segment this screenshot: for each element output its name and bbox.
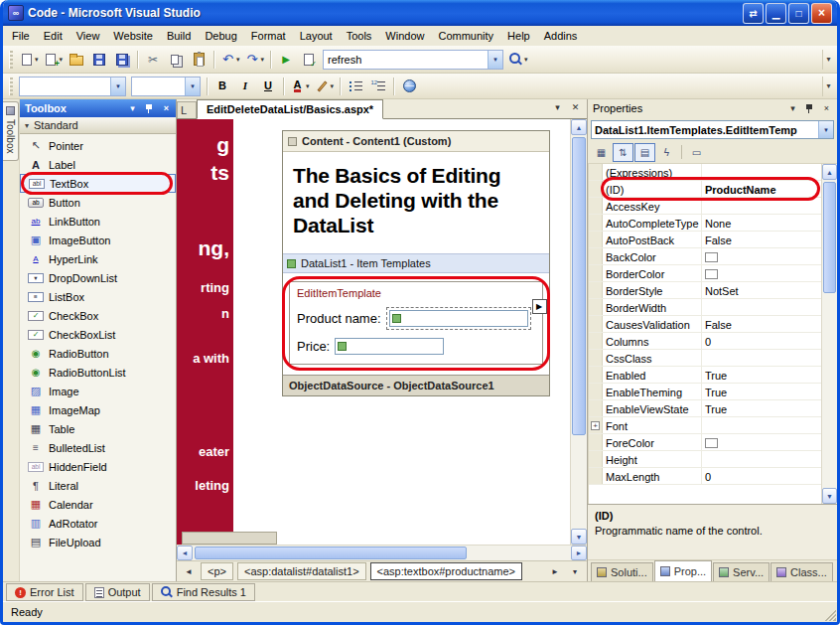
categorized-button[interactable]: ▦	[591, 143, 612, 162]
new-item-button[interactable]: ▾	[17, 49, 41, 71]
scroll-track[interactable]	[571, 135, 587, 529]
toolbox-item-hyperlink[interactable]: AHyperLink	[20, 249, 176, 268]
close-button[interactable]: ×	[811, 3, 832, 24]
property-value[interactable]	[702, 451, 821, 467]
menu-layout[interactable]: Layout	[293, 28, 340, 44]
content-region[interactable]: Content - Content1 (Custom) The Basics o…	[282, 130, 550, 396]
scroll-left-icon[interactable]: ◄	[177, 546, 193, 560]
object-selector-combobox[interactable]: DataList1.ItemTemplates.EditItemTemp ▼	[591, 120, 834, 139]
toolbox-item-hiddenfield[interactable]: ablHiddenField	[20, 457, 176, 476]
menu-website[interactable]: Website	[106, 28, 160, 44]
toolbox-item-textbox[interactable]: ablTextBox	[20, 174, 176, 193]
tag-breadcrumb-item[interactable]: <p>	[201, 562, 233, 580]
panel-tab-server-explorer[interactable]: Serv...	[713, 562, 770, 581]
property-row-id[interactable]: (ID)ProductName	[589, 181, 821, 198]
active-files-dropdown-icon[interactable]: ▾	[550, 100, 565, 114]
property-value[interactable]: True	[702, 367, 821, 383]
property-row-height[interactable]: Height	[589, 451, 821, 468]
toolbox-side-tab[interactable]: Toolbox	[3, 101, 19, 161]
content-region-header[interactable]: Content - Content1 (Custom)	[283, 131, 549, 152]
product-name-textbox[interactable]: ▶	[386, 307, 531, 330]
property-row-autopostback[interactable]: AutoPostBackFalse	[589, 232, 821, 248]
property-row-accesskey[interactable]: AccessKey	[589, 198, 821, 215]
scroll-thumb[interactable]	[823, 182, 836, 293]
smart-tag-button[interactable]: ▶	[532, 299, 547, 314]
toolbox-item-image[interactable]: ▨Image	[20, 382, 176, 400]
property-row-forecolor[interactable]: ForeColor	[589, 434, 821, 451]
add-item-button[interactable]: ▾	[42, 49, 66, 71]
underline-button[interactable]: U	[257, 76, 279, 97]
menu-tools[interactable]: Tools	[340, 28, 379, 44]
toolbox-item-label[interactable]: ALabel	[20, 155, 176, 174]
redo-button[interactable]: ↷▾	[243, 49, 267, 71]
toolbox-group-standard[interactable]: ▾ Standard	[20, 117, 176, 134]
property-row-bordercolor[interactable]: BorderColor	[589, 265, 821, 282]
toolbox-item-imagebutton[interactable]: ▣ImageButton	[20, 231, 176, 249]
alphabetical-button[interactable]: ⇅	[613, 143, 633, 162]
minimize-button[interactable]: ▁	[766, 3, 786, 24]
events-button[interactable]: ϟ	[656, 143, 677, 162]
tag-breadcrumb-item[interactable]: <asp:datalist#datalist1>	[237, 562, 366, 580]
property-value[interactable]: ProductName	[702, 181, 821, 197]
open-folder-button[interactable]	[66, 49, 87, 71]
close-icon[interactable]: ×	[819, 101, 834, 115]
property-value[interactable]	[702, 164, 821, 180]
bottom-tab-error-list[interactable]: Error List	[6, 583, 83, 601]
close-document-icon[interactable]: ✕	[568, 100, 583, 114]
property-value[interactable]: True	[702, 400, 821, 416]
property-row-borderstyle[interactable]: BorderStyleNotSet	[589, 282, 821, 299]
panel-tab-solution-explorer[interactable]: Soluti...	[591, 562, 653, 581]
property-value[interactable]: True	[702, 384, 821, 399]
bottom-tab-find-results-1[interactable]: Find Results 1	[152, 583, 255, 601]
tag-scroll-left-icon[interactable]: ◄	[181, 563, 197, 579]
undo-button[interactable]: ↶▾	[218, 49, 242, 71]
property-row-borderwidth[interactable]: BorderWidth	[589, 299, 821, 316]
toolbox-item-imagemap[interactable]: ▦ImageMap	[20, 400, 176, 419]
chevron-down-icon[interactable]: ▾	[125, 101, 140, 115]
property-value[interactable]: None	[702, 215, 821, 231]
property-value[interactable]	[702, 299, 821, 315]
property-value[interactable]	[702, 350, 821, 366]
scroll-down-icon[interactable]: ▼	[571, 529, 587, 545]
toolbar-combobox[interactable]: refresh▼	[323, 50, 503, 70]
datalist-region-header[interactable]: DataList1 - Item Templates	[283, 253, 549, 273]
property-row-maxlength[interactable]: MaxLength0	[589, 468, 821, 485]
property-value[interactable]: False	[702, 316, 821, 332]
property-row-cssclass[interactable]: CssClass	[589, 350, 821, 367]
check-page-button[interactable]	[298, 49, 320, 71]
chevron-down-icon[interactable]: ▼	[185, 78, 200, 95]
properties-title-bar[interactable]: Properties ▾ ×	[588, 99, 837, 117]
toolbox-item-calendar[interactable]: ▦Calendar	[20, 495, 176, 514]
property-value[interactable]: 0	[702, 468, 821, 484]
toolbox-item-literal[interactable]: ¶Literal	[20, 476, 176, 495]
property-value[interactable]	[702, 198, 821, 214]
toolbox-title-bar[interactable]: Toolbox ▾ ×	[20, 99, 176, 117]
scroll-right-icon[interactable]: ►	[571, 546, 587, 560]
property-row-expressions[interactable]: (Expressions)	[589, 164, 821, 181]
toolbox-item-radiobuttonlist[interactable]: ◉RadioButtonList	[20, 363, 176, 382]
save-all-button[interactable]	[111, 49, 133, 71]
panel-tab-properties-window[interactable]: Prop...	[654, 560, 712, 581]
chevron-down-icon[interactable]: ▾	[567, 563, 583, 579]
resize-toggle-button[interactable]: ⇄	[743, 3, 764, 24]
menu-community[interactable]: Community	[431, 28, 500, 44]
copy-button[interactable]	[165, 49, 187, 71]
property-row-backcolor[interactable]: BackColor	[589, 248, 821, 265]
toolbox-item-button[interactable]: abButton	[20, 193, 176, 212]
scroll-track[interactable]	[822, 180, 837, 488]
property-row-enabled[interactable]: EnabledTrue	[589, 367, 821, 384]
toolbox-item-pointer[interactable]: ↖Pointer	[20, 136, 176, 155]
save-button[interactable]	[88, 49, 110, 71]
scroll-thumb[interactable]	[195, 547, 467, 559]
property-value[interactable]	[702, 417, 821, 433]
toolbox-item-table[interactable]: ▦Table	[20, 419, 176, 438]
expand-icon[interactable]: +	[591, 421, 600, 430]
chevron-down-icon[interactable]: ▼	[488, 51, 502, 69]
toolbar-overflow-button[interactable]: ▾	[822, 50, 834, 70]
price-textbox[interactable]	[335, 338, 444, 355]
property-value[interactable]	[702, 248, 821, 264]
start-debug-button[interactable]: ▶	[275, 49, 297, 71]
menu-debug[interactable]: Debug	[198, 28, 243, 44]
scroll-up-icon[interactable]: ▲	[571, 119, 587, 135]
properties-button[interactable]: ▤	[634, 143, 655, 162]
